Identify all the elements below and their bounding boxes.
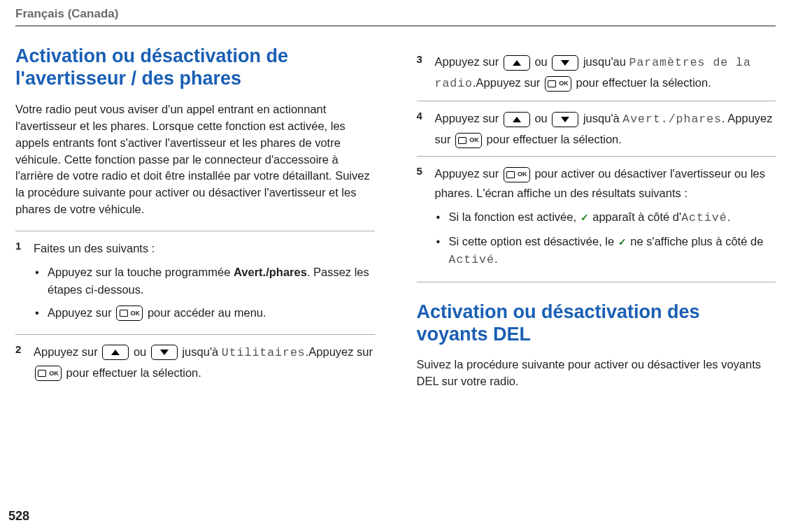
ok-button-icon: OK: [116, 305, 143, 321]
bullet-content: Appuyez sur OK pour accéder au menu.: [48, 304, 375, 322]
down-arrow-button-icon: [552, 112, 578, 127]
bullet-content: Appuyez sur la touche programmée Avert./…: [48, 264, 375, 299]
text: jusqu'à: [583, 112, 622, 124]
bullet-icon: •: [34, 264, 48, 281]
check-icon: [580, 213, 590, 223]
text: Si la fonction est activée,: [449, 210, 580, 223]
step-number: 5: [417, 164, 435, 274]
section-title-led: Activation ou désactivation des voyants …: [417, 301, 776, 346]
text: pour accéder au menu.: [148, 306, 266, 319]
text: Appuyez sur: [435, 167, 502, 180]
step-4: 4 Appuyez sur ou jusqu'à Avert./phares. …: [417, 101, 776, 156]
page-number: 528: [8, 509, 29, 524]
text: ou: [534, 112, 550, 124]
text: pour effectuer la sélection.: [66, 366, 201, 379]
text: Appuyez sur: [48, 306, 115, 319]
text: apparaît à côté d': [592, 210, 681, 223]
right-column: 3 Appuyez sur ou jusqu'au Paramètres de …: [417, 45, 776, 403]
list-item: • Appuyez sur la touche programmée Avert…: [34, 264, 375, 299]
step-number: 1: [15, 238, 34, 326]
text: Appuyez sur: [435, 55, 502, 68]
ok-button-icon: OK: [504, 167, 530, 182]
step-body: Faites un des suivants : • Appuyez sur l…: [34, 238, 375, 326]
list-item: • Si cette option est désactivée, le ne …: [435, 233, 776, 269]
intro-paragraph: Votre radio peut vous aviser d'un appel …: [15, 101, 375, 218]
up-arrow-button-icon: [504, 55, 530, 71]
text: pour effectuer la sélection.: [576, 76, 711, 89]
step-number: 4: [417, 108, 435, 149]
text: Appuyez sur la touche programmée: [48, 266, 234, 278]
text: ou: [134, 345, 150, 358]
bullet-icon: •: [435, 208, 449, 226]
content-columns: Activation ou désactivation de l'avertis…: [15, 45, 776, 403]
step5-lead: Appuyez sur OK pour activer ou désactive…: [435, 164, 776, 203]
step-body: Appuyez sur ou jusqu'au Paramètres de la…: [435, 52, 776, 94]
text: Si cette option est désactivée, le: [449, 235, 618, 247]
bullet-icon: •: [34, 304, 48, 322]
text: ne s'affiche plus à côté de: [630, 235, 763, 247]
step1-bullets: • Appuyez sur la touche programmée Avert…: [34, 264, 375, 321]
step-number: 3: [417, 52, 435, 94]
up-arrow-button-icon: [504, 112, 530, 127]
down-arrow-button-icon: [552, 55, 578, 71]
list-item: • Appuyez sur OK pour accéder au menu.: [34, 304, 375, 322]
text: pour effectuer la sélection.: [487, 133, 622, 145]
text: jusqu'à: [182, 345, 221, 358]
text: .Appuyez sur: [306, 345, 373, 358]
mono-label: Avert./phares: [622, 113, 722, 126]
down-arrow-button-icon: [151, 345, 178, 360]
section-title-horn-lights: Activation ou désactivation de l'avertis…: [15, 45, 375, 90]
text: .: [494, 252, 498, 265]
step-number: 2: [15, 342, 34, 382]
step-body: Appuyez sur OK pour activer ou désactive…: [435, 164, 776, 274]
step-1: 1 Faites un des suivants : • Appuyez sur…: [15, 231, 375, 333]
bullet-icon: •: [435, 233, 449, 250]
left-column: Activation ou désactivation de l'avertis…: [15, 45, 375, 403]
intro-paragraph-led: Suivez la procédure suivante pour active…: [417, 357, 776, 390]
list-item: • Si la fonction est activée, apparaît à…: [435, 208, 776, 227]
mono-label: Activé: [449, 253, 494, 266]
text: jusqu'au: [583, 55, 629, 68]
text: Appuyez sur: [34, 345, 101, 358]
bullet-content: Si cette option est désactivée, le ne s'…: [449, 233, 776, 269]
check-icon: [618, 238, 627, 247]
step-body: Appuyez sur ou jusqu'à Utilitaires.Appuy…: [34, 342, 375, 382]
step5-bullets: • Si la fonction est activée, apparaît à…: [435, 208, 776, 268]
step-body: Appuyez sur ou jusqu'à Avert./phares. Ap…: [435, 108, 776, 149]
bold-label: Avert./phares: [234, 266, 307, 278]
ok-button-icon: OK: [35, 366, 62, 381]
text: ou: [534, 55, 550, 68]
step-3: 3 Appuyez sur ou jusqu'au Paramètres de …: [417, 45, 776, 101]
text: Appuyez sur: [435, 112, 502, 124]
language-header: Français (Canada): [15, 7, 776, 27]
ok-button-icon: OK: [455, 133, 482, 148]
ok-button-icon: OK: [545, 76, 571, 92]
step-5: 5 Appuyez sur OK pour activer ou désacti…: [417, 156, 776, 282]
mono-label: Utilitaires: [222, 346, 306, 359]
text: .: [727, 210, 731, 223]
step-2: 2 Appuyez sur ou jusqu'à Utilitaires.App…: [15, 334, 375, 389]
mono-label: Activé: [681, 211, 727, 224]
text: .Appuyez sur: [473, 76, 543, 89]
step1-lead: Faites un des suivants :: [34, 238, 375, 258]
up-arrow-button-icon: [102, 345, 129, 360]
bullet-content: Si la fonction est activée, apparaît à c…: [449, 208, 776, 227]
